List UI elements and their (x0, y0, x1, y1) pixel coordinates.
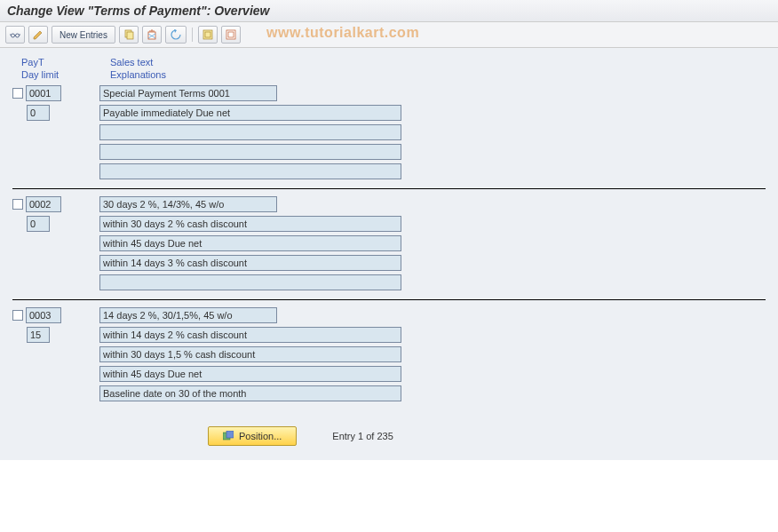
explanation-field[interactable]: Baseline date on 30 of the month (99, 385, 401, 401)
position-icon (223, 431, 234, 441)
explanation-field[interactable]: Payable immediately Due net (99, 105, 401, 121)
payt-field[interactable]: 0003 (26, 307, 61, 323)
undo-button[interactable] (165, 26, 187, 44)
deselect-all-icon (226, 29, 236, 40)
toggle-display-change-button[interactable] (5, 26, 25, 44)
explanation-field[interactable] (99, 144, 401, 160)
entry-count: Entry 1 of 235 (332, 431, 393, 441)
svg-point-0 (12, 34, 15, 37)
row-checkbox[interactable] (12, 310, 23, 321)
svg-rect-4 (148, 32, 155, 39)
explanation-field[interactable]: within 14 days 3 % cash discount (99, 255, 401, 271)
header-row-1: PayT Sales text (12, 57, 766, 67)
explanation-field[interactable] (99, 274, 401, 290)
sales-text-field[interactable]: 30 days 2 %, 14/3%, 45 w/o (99, 196, 277, 212)
watermark: www.tutorialkart.com (266, 25, 419, 41)
copy-button[interactable] (119, 26, 139, 44)
undo-icon (170, 29, 182, 40)
delete-button[interactable] (142, 26, 162, 44)
title-bar: Change View "Terms of Payment": Overview (0, 0, 778, 22)
payment-term-entry: 0003 15 14 days 2 %, 30/1,5%, 45 w/o wit… (12, 304, 766, 410)
sales-text-field[interactable]: Special Payment Terms 0001 (99, 85, 277, 101)
position-label: Position... (239, 431, 282, 441)
select-all-button[interactable] (198, 26, 218, 44)
edit-button[interactable] (28, 26, 48, 44)
toolbar: New Entries www.tutorialkart.com (0, 22, 778, 48)
svg-rect-10 (226, 431, 234, 438)
pencil-icon (33, 29, 44, 40)
svg-rect-5 (203, 30, 212, 39)
deselect-all-button[interactable] (221, 26, 241, 44)
payt-field[interactable]: 0001 (26, 85, 61, 101)
svg-point-1 (16, 34, 20, 37)
day-limit-field[interactable]: 15 (27, 327, 50, 343)
payment-term-entry: 0001 0 Special Payment Terms 0001 Payabl… (12, 82, 766, 189)
explanation-field[interactable] (99, 163, 401, 179)
new-entries-button[interactable]: New Entries (52, 26, 115, 44)
header-explanations: Explanations (110, 69, 166, 80)
toolbar-separator (192, 28, 193, 42)
svg-rect-7 (226, 30, 235, 39)
position-button[interactable]: Position... (208, 426, 297, 446)
header-payt: PayT (21, 57, 92, 67)
explanation-field[interactable]: within 14 days 2 % cash discount (99, 327, 401, 343)
delete-icon (147, 29, 157, 40)
header-sales-text: Sales text (110, 57, 153, 67)
explanation-field[interactable]: within 30 days 1,5 % cash discount (99, 346, 401, 362)
payment-term-entry: 0002 0 30 days 2 %, 14/3%, 45 w/o within… (12, 193, 766, 300)
glasses-icon (10, 29, 20, 40)
header-row-2: Day limit Explanations (12, 69, 766, 80)
day-limit-field[interactable]: 0 (27, 105, 50, 121)
svg-rect-3 (127, 32, 133, 39)
header-day-limit: Day limit (21, 69, 92, 80)
sales-text-field[interactable]: 14 days 2 %, 30/1,5%, 45 w/o (99, 307, 277, 323)
content-area: PayT Sales text Day limit Explanations 0… (0, 48, 778, 460)
payt-field[interactable]: 0002 (26, 196, 61, 212)
select-all-icon (202, 29, 213, 40)
explanation-field[interactable]: within 45 days Due net (99, 366, 401, 382)
row-checkbox[interactable] (12, 88, 23, 99)
day-limit-field[interactable]: 0 (27, 216, 50, 232)
explanation-field[interactable]: within 45 days Due net (99, 235, 401, 251)
row-checkbox[interactable] (12, 199, 23, 210)
explanation-field[interactable] (99, 124, 401, 140)
copy-icon (123, 29, 134, 40)
footer: Position... Entry 1 of 235 (12, 426, 766, 446)
explanation-field[interactable]: within 30 days 2 % cash discount (99, 216, 401, 232)
page-title: Change View "Terms of Payment": Overview (7, 4, 269, 18)
